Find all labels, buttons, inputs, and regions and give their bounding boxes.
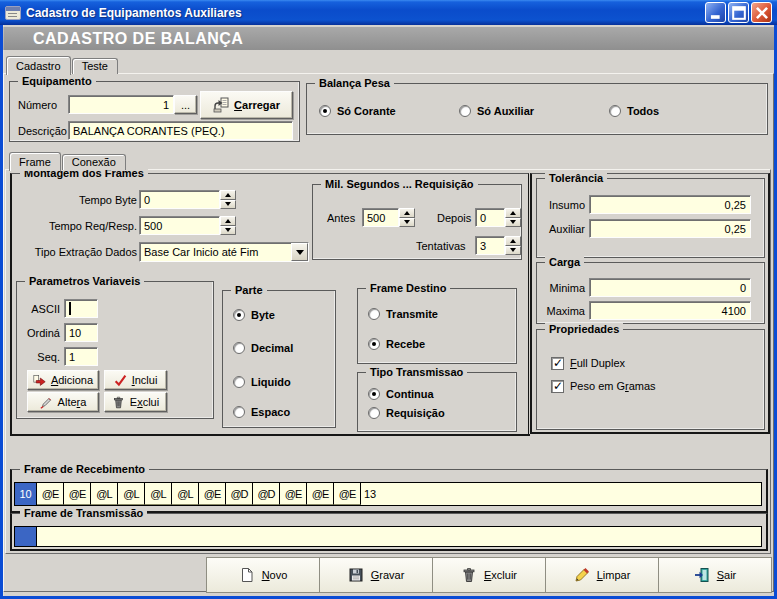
tolerancia-group: Tolerância Insumo 0,25 Auxiliar 0,25 (536, 178, 765, 258)
tipo-extracao-dropdown[interactable]: Base Car Inicio até Fim (139, 242, 309, 262)
selected-byte-cell[interactable]: 10 (15, 483, 37, 505)
carregar-button[interactable]: Carregar (200, 91, 293, 119)
close-button[interactable] (751, 2, 772, 23)
tempo-req-field[interactable]: 500 (139, 216, 220, 235)
spin-up-icon[interactable] (505, 208, 521, 218)
equipamento-legend: Equipamento (18, 75, 96, 88)
minima-field[interactable]: 0 (589, 278, 751, 297)
tab-frame[interactable]: Frame (9, 152, 61, 171)
radio-transmite[interactable]: Transmite (368, 307, 438, 321)
frame-byte-cell[interactable]: @L (145, 483, 172, 505)
spin-up-icon[interactable] (220, 190, 236, 200)
page-title: CADASTRO DE BALANÇA (3, 27, 774, 50)
inclui-button[interactable]: Inclui (104, 370, 167, 390)
selected-byte-cell[interactable] (15, 527, 37, 546)
tempo-req-spinner[interactable] (220, 216, 236, 235)
clean-icon (574, 567, 590, 583)
dropdown-arrow-icon[interactable] (291, 243, 308, 261)
empty-byte-area[interactable] (37, 527, 761, 546)
radio-liquido[interactable]: Liquido (233, 375, 291, 389)
parametros-group: Parametros Variaveis ASCII Ordiná 10 Seq… (16, 281, 214, 419)
radio-label: Byte (251, 309, 275, 321)
frame-byte-cell[interactable]: @E (334, 483, 361, 505)
tab-cadastro[interactable]: Cadastro (6, 56, 71, 75)
spin-down-icon[interactable] (220, 226, 236, 236)
maxima-field[interactable]: 4100 (589, 301, 751, 320)
spin-down-icon[interactable] (220, 200, 236, 210)
tail-byte-value[interactable]: 13 (361, 483, 376, 505)
parte-group: Parte Byte Decimal Liquido (222, 290, 336, 428)
tentativas-spinner[interactable] (505, 236, 521, 255)
empty-byte-area[interactable] (376, 483, 761, 505)
seq-field[interactable]: 1 (64, 347, 98, 366)
titlebar[interactable]: Cadastro de Equipamentos Auxiliares (0, 0, 777, 25)
descricao-field[interactable]: BALANÇA CORANTES (PEQ.) (68, 121, 293, 140)
trash-icon (461, 567, 477, 583)
minimize-button[interactable] (705, 2, 726, 23)
frame-byte-cell[interactable]: @E (280, 483, 307, 505)
frame-recebimento-legend: Frame de Recebimento (20, 463, 149, 476)
frame-byte-cell[interactable]: @D (253, 483, 280, 505)
radio-label: Recebe (386, 338, 425, 350)
tipo-transmissao-legend: Tipo Transmissao (366, 366, 467, 379)
radio-requisicao[interactable]: Requisição (368, 406, 445, 420)
spin-up-icon[interactable] (220, 216, 236, 226)
radio-continua[interactable]: Continua (368, 387, 434, 401)
spin-down-icon[interactable] (505, 246, 521, 256)
exclui-button[interactable]: Exclui (104, 392, 167, 412)
adiciona-button[interactable]: Adiciona (27, 370, 99, 390)
radio-byte[interactable]: Byte (233, 308, 275, 322)
limpar-button[interactable]: Limpar (545, 557, 659, 593)
numero-field[interactable]: 1 (68, 95, 174, 114)
gravar-button[interactable]: Gravar (319, 557, 433, 593)
spin-down-icon[interactable] (399, 218, 415, 228)
radio-button-icon (319, 105, 331, 117)
excluir-button[interactable]: Excluir (432, 557, 546, 593)
frame-byte-cell[interactable]: @D (226, 483, 253, 505)
frame-byte-cell[interactable]: @E (199, 483, 226, 505)
excluir-label: Excluir (484, 569, 517, 581)
tempo-byte-spinner[interactable] (220, 190, 236, 209)
tipo-extracao-label: Tipo Extração Dados (20, 246, 137, 259)
checkbox-icon (551, 380, 564, 393)
ordina-field[interactable]: 10 (64, 323, 98, 342)
radio-label: Só Corante (337, 105, 396, 117)
radio-so-auxiliar[interactable]: Só Auxiliar (459, 104, 534, 118)
frame-byte-cell[interactable]: @E (307, 483, 334, 505)
browse-button[interactable]: ... (174, 95, 197, 114)
maximize-button[interactable] (728, 2, 749, 23)
insumo-field[interactable]: 0,25 (589, 195, 751, 214)
antes-field[interactable]: 500 (362, 208, 399, 227)
depois-spinner[interactable] (505, 208, 521, 227)
tab-conexao[interactable]: Conexão (62, 154, 126, 170)
frame-byte-cell[interactable]: @E (64, 483, 91, 505)
tab-teste[interactable]: Teste (72, 58, 118, 74)
spin-up-icon[interactable] (399, 208, 415, 218)
checkbox-peso-gramas[interactable]: Peso em Gramas (551, 379, 656, 393)
load-icon (213, 97, 229, 113)
radio-so-corante[interactable]: Só Corante (319, 104, 396, 118)
antes-spinner[interactable] (399, 208, 415, 227)
frame-byte-cell[interactable]: @E (37, 483, 64, 505)
radio-espaco[interactable]: Espaco (233, 405, 290, 419)
altera-button[interactable]: Altera (27, 392, 99, 412)
ascii-field[interactable] (64, 299, 98, 318)
add-arrow-icon (33, 374, 46, 387)
sair-button[interactable]: Sair (658, 557, 772, 593)
radio-recebe[interactable]: Recebe (368, 337, 425, 351)
auxiliar-field[interactable]: 0,25 (589, 219, 751, 238)
frame-byte-cell[interactable]: @L (172, 483, 199, 505)
frame-byte-cell[interactable]: @L (118, 483, 145, 505)
radio-todos[interactable]: Todos (609, 104, 659, 118)
radio-button-icon (609, 105, 621, 117)
radio-decimal[interactable]: Decimal (233, 341, 293, 355)
spin-up-icon[interactable] (505, 236, 521, 246)
novo-button[interactable]: Novo (206, 557, 320, 593)
depois-field[interactable]: 0 (475, 208, 505, 227)
seq-label: Seq. (32, 351, 60, 364)
frame-byte-cell[interactable]: @L (91, 483, 118, 505)
checkbox-full-duplex[interactable]: Full Duplex (551, 356, 625, 370)
tempo-byte-field[interactable]: 0 (139, 190, 220, 209)
tentativas-field[interactable]: 3 (475, 236, 505, 255)
spin-down-icon[interactable] (505, 218, 521, 228)
